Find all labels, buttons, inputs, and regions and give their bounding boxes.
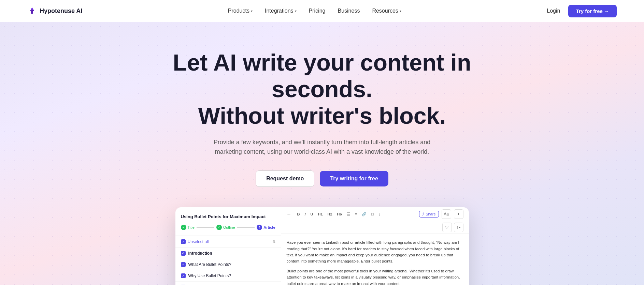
editor-paragraph-2: Bullet points are one of the most powerf… (287, 268, 463, 285)
chevron-down-icon: ▾ (400, 9, 401, 13)
bookmark-button[interactable]: ♡ (442, 223, 452, 232)
image-button[interactable]: □ (370, 211, 375, 217)
nav-links: Products ▾ Integrations ▾ Pricing Busine… (228, 8, 401, 14)
request-demo-button[interactable]: Request demo (256, 170, 314, 187)
bold-button[interactable]: B (296, 211, 302, 217)
h1-button[interactable]: H1 (316, 211, 324, 217)
export-button[interactable]: ↑ ▾ (454, 223, 463, 232)
section-checkbox (181, 251, 186, 256)
section-item[interactable]: Why Use Bullet Points? (175, 270, 281, 282)
hero-section: Let AI write your content in seconds. Wi… (0, 22, 644, 285)
section-item[interactable]: What Are Bullet Points? (175, 259, 281, 270)
nav-right: Login Try for free → (547, 5, 617, 17)
hero-subtitle: Provide a few keywords, and we'll instan… (213, 137, 431, 157)
outline-panel: Using Bullet Points for Maximum Impact ✓… (175, 207, 281, 285)
h6-button[interactable]: H6 (335, 211, 344, 217)
add-button[interactable]: + (454, 209, 463, 219)
h2-button[interactable]: H2 (326, 211, 334, 217)
nav-integrations[interactable]: Integrations ▾ (265, 8, 297, 14)
underline-button[interactable]: U (309, 211, 315, 217)
chevron-down-icon: ▾ (295, 9, 297, 13)
editor-actions: ⤴ Share Aa + (419, 209, 463, 219)
app-preview-card: Using Bullet Points for Maximum Impact ✓… (175, 207, 469, 285)
article-title-label: Using Bullet Points for Maximum Impact (175, 214, 281, 225)
sort-icon: ⇅ (272, 240, 275, 244)
step-title: ✓ Title (181, 225, 195, 230)
editor-nav-bar: ← B I U H1 H2 H6 ☰ ≡ 🔗 □ ↓ ⤴ (281, 207, 469, 221)
navbar: Hypotenuse AI Products ▾ Integrations ▾ … (0, 0, 644, 22)
chevron-down-icon: ▾ (251, 9, 253, 13)
share-icon: ⤴ (422, 212, 424, 216)
section-checkbox (181, 273, 186, 278)
hero-title: Let AI write your content in seconds. Wi… (169, 49, 476, 129)
editor-content: Have you ever seen a LinkedIn post or ar… (281, 234, 469, 285)
unselect-all-row[interactable]: Unselect all ⇅ (175, 236, 281, 248)
unselect-left: Unselect all (181, 239, 209, 244)
hero-cta-group: Request demo Try writing for free (14, 170, 630, 187)
try-for-free-button[interactable]: Try for free → (568, 5, 617, 17)
step-active-dot: 3 (257, 225, 262, 230)
logo-icon (27, 6, 37, 16)
italic-button[interactable]: I (303, 211, 307, 217)
editor-paragraph-1: Have you ever seen a LinkedIn post or ar… (287, 239, 463, 265)
logo[interactable]: Hypotenuse AI (27, 6, 82, 16)
unselect-checkbox (181, 239, 186, 244)
ordered-list-button[interactable]: ≡ (353, 211, 359, 217)
formatting-toolbar: B I U H1 H2 H6 ☰ ≡ 🔗 □ ↓ (296, 211, 419, 217)
nav-resources[interactable]: Resources ▾ (372, 8, 401, 14)
login-link[interactable]: Login (547, 8, 560, 14)
link-button[interactable]: 🔗 (360, 211, 368, 217)
step-article-active: 3 Article (257, 225, 275, 230)
step-outline: ✓ Outline (216, 225, 235, 230)
nav-business[interactable]: Business (338, 8, 360, 14)
more-button[interactable]: ↓ (377, 211, 382, 217)
share-button[interactable]: ⤴ Share (419, 211, 439, 217)
translate-button[interactable]: Aa (442, 209, 451, 219)
back-button[interactable]: ← (287, 211, 291, 217)
bullet-list-button[interactable]: ☰ (345, 211, 352, 217)
section-item[interactable]: Tips on How to Write Effective Bullet Po… (175, 282, 281, 285)
try-writing-button[interactable]: Try writing for free (320, 171, 388, 186)
editor-panel: ← B I U H1 H2 H6 ☰ ≡ 🔗 □ ↓ ⤴ (281, 207, 469, 285)
step-divider (197, 227, 214, 228)
nav-products[interactable]: Products ▾ (228, 8, 253, 14)
steps-bar: ✓ Title ✓ Outline 3 Article (175, 225, 281, 236)
section-item[interactable]: Introduction (175, 248, 281, 259)
step-check-icon: ✓ (181, 225, 186, 230)
step-divider (237, 227, 255, 228)
nav-pricing[interactable]: Pricing (309, 8, 326, 14)
step-check-icon: ✓ (216, 225, 222, 230)
section-checkbox (181, 262, 186, 267)
